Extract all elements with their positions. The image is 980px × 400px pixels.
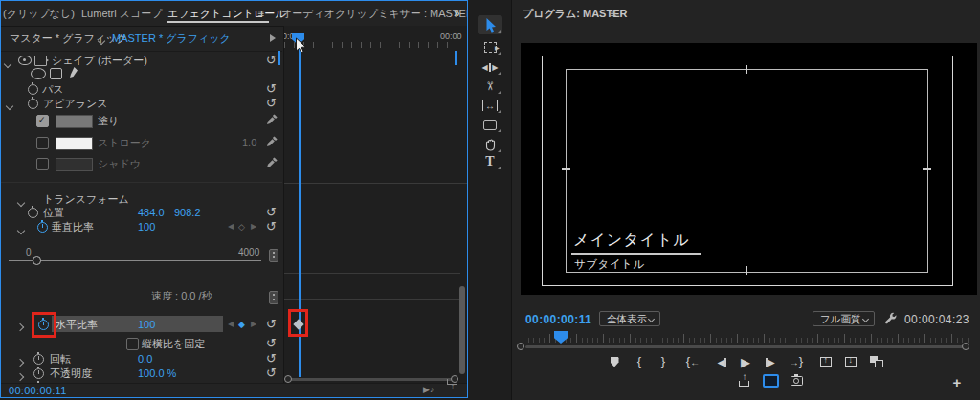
reset-parameter-button[interactable] [266, 97, 277, 110]
fill-enabled-checkbox[interactable] [36, 115, 49, 129]
shadow-enabled-checkbox[interactable] [36, 158, 49, 172]
comparison-view-button[interactable] [865, 353, 888, 370]
reset-parameter-button[interactable] [266, 82, 277, 96]
horizontal-scale-value[interactable]: 100 [138, 317, 155, 332]
horizontal-scale-property-row[interactable]: 水平比率 100 ◀ ◆ ▶ [1, 314, 282, 334]
fill-color-swatch[interactable] [56, 115, 93, 130]
chevron-down-icon[interactable] [99, 34, 104, 46]
selection-tool[interactable] [478, 15, 502, 34]
stopwatch-icon-active[interactable] [38, 320, 49, 332]
button-editor-button[interactable]: + [946, 373, 969, 390]
tab-lumetri-scopes[interactable]: Lumetri スコープ [81, 1, 163, 26]
reset-parameter-button[interactable] [266, 352, 277, 366]
playback-quality-dropdown[interactable]: フル画質 [813, 311, 875, 326]
opacity-property-row[interactable]: 不透明度 100.0 % [1, 366, 282, 381]
slider-knob[interactable] [33, 256, 41, 265]
next-keyframe-icon[interactable]: ▶ [251, 317, 256, 332]
mark-out-button[interactable]: } [652, 353, 675, 370]
quick-export-button[interactable] [733, 372, 756, 389]
play-button[interactable]: ▶ [734, 353, 757, 370]
next-keyframe-icon[interactable]: ▶ [251, 219, 256, 234]
keyframe-at-playhead-icon[interactable]: ◆ [238, 317, 245, 332]
razor-tool[interactable]: ✂ [478, 77, 502, 96]
reset-parameter-button[interactable] [266, 318, 277, 331]
position-x-value[interactable]: 484.0 [138, 205, 165, 220]
rectangle-tool-icon[interactable] [50, 68, 62, 81]
tab-overflow-icon[interactable]: » [454, 3, 460, 24]
bounding-box-handle-left[interactable] [562, 168, 570, 170]
previous-keyframe-icon[interactable]: ◀ [228, 219, 234, 234]
timeline-zoom-track[interactable] [290, 378, 453, 381]
show-timeline-arrow-icon[interactable] [270, 34, 276, 42]
tab-audio-clip-mixer[interactable]: オーディオクリップミキサー : MASTER [281, 1, 468, 26]
program-video-canvas[interactable]: メインタイトル サブタイトル [521, 43, 977, 295]
slider-track[interactable] [9, 260, 261, 261]
program-zoom-handle-right[interactable] [962, 343, 969, 350]
panel-menu-icon[interactable]: ≡ [610, 1, 616, 26]
extract-button[interactable] [839, 353, 862, 370]
shadow-color-swatch[interactable] [56, 158, 93, 173]
effect-controls-timeline[interactable]: 00:00 00:00 [283, 26, 468, 387]
program-zoom-handle-left[interactable] [517, 343, 524, 350]
reset-parameter-button[interactable] [266, 337, 277, 350]
bounding-box-handle-bottom[interactable] [746, 266, 747, 275]
zoom-level-dropdown[interactable]: 全体表示 [599, 311, 660, 326]
vertical-scale-property-row[interactable]: 垂直比率 100 ◀ ◇ ▶ [1, 219, 282, 234]
program-timeline-ruler[interactable] [523, 329, 969, 343]
uniform-scale-row[interactable]: 縦横比を固定 [1, 336, 282, 351]
rotation-property-row[interactable]: 回転 0.0 [1, 351, 282, 367]
reset-parameter-button[interactable] [266, 367, 277, 380]
tab-no-clip[interactable]: (クリップなし) [3, 1, 75, 26]
fill-property-row[interactable]: 塗り [1, 112, 282, 129]
value-graph-toggle-icon[interactable] [269, 249, 278, 264]
stroke-width-value[interactable]: 1.0 [242, 135, 256, 150]
opacity-value[interactable]: 100.0 % [138, 366, 176, 381]
position-y-value[interactable]: 908.2 [174, 205, 201, 220]
path-property-row[interactable]: パス [1, 81, 282, 96]
stopwatch-icon-active[interactable] [37, 222, 48, 234]
uniform-scale-checkbox[interactable] [126, 338, 139, 352]
vertical-scale-value[interactable]: 100 [138, 219, 155, 234]
add-keyframe-icon[interactable]: ◇ [238, 219, 245, 234]
slip-tool[interactable]: ↔ [478, 96, 502, 115]
eyedropper-icon[interactable] [266, 157, 278, 170]
rectangle-tool[interactable] [478, 115, 502, 134]
master-clip-label[interactable]: マスター * グラフィック [10, 26, 127, 51]
track-select-forward-tool[interactable] [478, 37, 502, 56]
shadow-property-row[interactable]: シャドウ [1, 155, 282, 172]
reset-parameter-button[interactable] [266, 206, 277, 219]
mark-in-button[interactable]: { [628, 353, 651, 370]
program-current-timecode[interactable]: 00:00:00:11 [525, 313, 591, 326]
reset-parameter-button[interactable] [266, 220, 277, 233]
velocity-graph-toggle-icon[interactable] [269, 291, 278, 306]
position-property-row[interactable]: 位置 484.0 908.2 [1, 205, 282, 220]
play-audio-icon[interactable]: ▶♪ [423, 385, 434, 394]
lift-button[interactable] [814, 353, 837, 370]
ellipse-tool-icon[interactable] [31, 68, 46, 81]
step-back-button[interactable]: ◀ [710, 353, 733, 370]
playhead-timecode[interactable]: 00:00:00:11 [9, 385, 67, 396]
reset-effect-button[interactable] [266, 54, 277, 67]
stroke-enabled-checkbox[interactable] [36, 137, 49, 151]
appearance-group-row[interactable]: アピアランス [1, 96, 282, 110]
type-tool[interactable]: T [478, 152, 502, 171]
ripple-edit-tool[interactable]: ◀▶ [478, 57, 502, 77]
vertical-scrollbar[interactable] [459, 286, 465, 374]
stopwatch-icon[interactable] [28, 99, 38, 111]
pen-tool-icon[interactable] [69, 66, 79, 80]
go-to-in-button[interactable]: {← [681, 353, 704, 370]
eyedropper-icon[interactable] [266, 114, 278, 127]
twirl-right-icon[interactable] [17, 321, 23, 332]
step-forward-button[interactable]: ▶ [759, 353, 782, 370]
export-frame-button[interactable] [785, 372, 808, 389]
timeline-ruler-ticks[interactable] [284, 42, 466, 48]
stroke-color-swatch[interactable] [56, 137, 93, 152]
safe-margins-button[interactable] [759, 372, 782, 389]
stroke-property-row[interactable]: ストローク 1.0 [1, 134, 282, 151]
timeline-zoom-handle-left[interactable] [284, 375, 292, 383]
sequence-clip-label[interactable]: MASTER * グラフィック [112, 26, 231, 51]
add-marker-button[interactable] [603, 353, 626, 370]
bounding-box-handle-top[interactable] [746, 65, 747, 74]
go-to-out-button[interactable]: →} [785, 353, 808, 370]
hand-tool[interactable] [478, 135, 502, 154]
